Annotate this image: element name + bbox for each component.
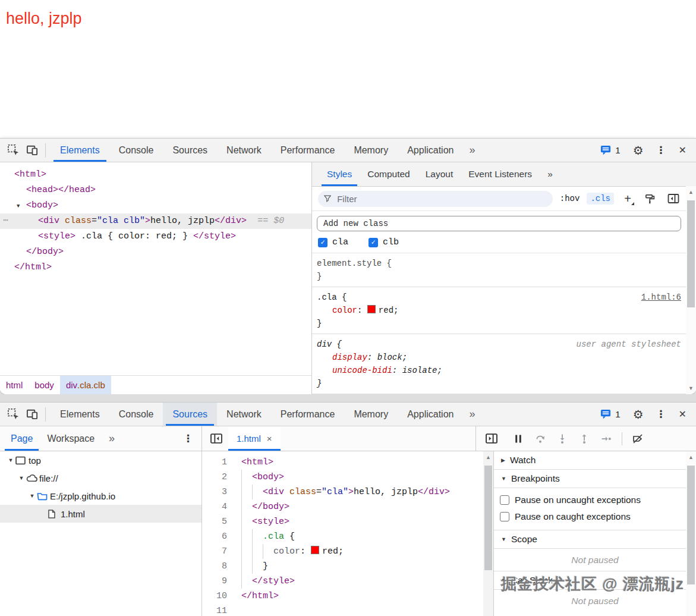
- style-rule-section[interactable]: .cla {1.html:6color: red;}: [312, 287, 686, 334]
- checkbox-unchecked-icon[interactable]: [500, 495, 509, 505]
- code-line[interactable]: 6.cla {: [202, 529, 493, 544]
- breadcrumb-item[interactable]: div.cla.clb: [60, 376, 111, 394]
- dom-tree-row[interactable]: <html>: [0, 167, 311, 183]
- code-line[interactable]: 5<style>: [202, 514, 493, 529]
- tab-application[interactable]: Application: [398, 139, 463, 162]
- code-line[interactable]: 10</html>: [202, 589, 493, 604]
- step-icon[interactable]: [598, 430, 615, 447]
- computed-sidebar-toggle-icon[interactable]: [665, 190, 682, 207]
- pause-script-icon[interactable]: [510, 430, 527, 447]
- styles-filter[interactable]: [318, 191, 553, 207]
- dom-tree-row[interactable]: ▼<body>: [0, 198, 311, 213]
- watch-section-header[interactable]: ▶ Watch: [494, 451, 696, 470]
- styles-scrollbar-thumb[interactable]: [687, 200, 695, 307]
- styles-scrollbar[interactable]: ▲ ▼: [686, 186, 696, 394]
- dom-tree-row[interactable]: <head></head>: [0, 183, 311, 198]
- step-out-icon[interactable]: [576, 430, 593, 447]
- code-line[interactable]: 8}: [202, 559, 493, 574]
- expand-arrow-icon[interactable]: ▼: [27, 493, 37, 499]
- line-number[interactable]: 1: [202, 455, 239, 470]
- pause-exceptions-option[interactable]: Pause on uncaught exceptions: [500, 492, 696, 508]
- editor-scrollbar[interactable]: ▲: [483, 451, 493, 616]
- code-line[interactable]: 7color: red;: [202, 544, 493, 559]
- tab-network[interactable]: Network: [217, 403, 271, 426]
- element-classes-button[interactable]: .cls: [587, 193, 614, 205]
- deactivate-breakpoints-icon[interactable]: [629, 430, 646, 447]
- debugger-sidebar-toggle-icon[interactable]: [483, 430, 500, 447]
- tab-sources[interactable]: Sources: [163, 139, 217, 162]
- expand-arrow-icon[interactable]: ▼: [17, 475, 26, 481]
- inspect-element-icon[interactable]: [4, 405, 23, 424]
- dom-tree-row[interactable]: ⋯<div class="cla clb">hello, jzplp</div>…: [0, 213, 311, 229]
- expand-arrow-icon[interactable]: ▼: [17, 199, 20, 214]
- more-actions-icon[interactable]: ⋯: [3, 213, 9, 229]
- source-link[interactable]: 1.html:6: [641, 291, 681, 304]
- new-style-rule-button[interactable]: +: [621, 192, 634, 206]
- tab-performance[interactable]: Performance: [271, 139, 345, 162]
- tab-elements[interactable]: Elements: [51, 139, 109, 162]
- class-toggle-clb[interactable]: ✓clb: [369, 236, 399, 249]
- tab-sources[interactable]: Sources: [163, 403, 217, 426]
- styles-tab-styles[interactable]: Styles: [319, 162, 360, 186]
- code-line[interactable]: 4</body>: [202, 499, 493, 514]
- nav-tab-workspace[interactable]: Workspace: [40, 426, 102, 451]
- sidebar-scrollbar[interactable]: ▲: [686, 451, 696, 616]
- line-number[interactable]: 11: [202, 604, 239, 616]
- more-options-icon[interactable]: ⋮: [656, 408, 666, 420]
- styles-more-tabs-button[interactable]: »: [540, 162, 560, 186]
- toggle-element-state-button[interactable]: :hov: [560, 194, 580, 203]
- css-declaration[interactable]: color: red;: [317, 304, 681, 317]
- navigator-more-options-icon[interactable]: ⋮: [183, 432, 193, 445]
- styles-tab-event-listeners[interactable]: Event Listeners: [461, 162, 540, 186]
- dom-tree-row[interactable]: </html>: [0, 260, 311, 275]
- paint-roller-icon[interactable]: [641, 190, 658, 207]
- line-number[interactable]: 6: [202, 529, 239, 544]
- style-rule-section[interactable]: div {user agent stylesheetdisplay: block…: [312, 334, 686, 394]
- css-declaration[interactable]: unicode-bidi: isolate;: [317, 364, 681, 377]
- tab-console[interactable]: Console: [109, 403, 163, 426]
- sidebar-scrollbar-thumb[interactable]: [687, 466, 695, 584]
- element-style-section[interactable]: element.style { }: [312, 253, 686, 287]
- editor-scrollbar-thumb[interactable]: [484, 466, 492, 570]
- dom-tree-row[interactable]: </body>: [0, 244, 311, 260]
- tab-memory[interactable]: Memory: [344, 139, 398, 162]
- breadcrumb-item[interactable]: body: [29, 376, 60, 394]
- scroll-down-icon[interactable]: ▼: [686, 385, 696, 391]
- tab-performance[interactable]: Performance: [271, 403, 345, 426]
- add-class-field[interactable]: [317, 216, 681, 231]
- breadcrumb-item[interactable]: html: [0, 376, 29, 394]
- code-line[interactable]: 11: [202, 604, 493, 616]
- styles-tab-computed[interactable]: Computed: [360, 162, 418, 186]
- close-devtools-icon[interactable]: ✕: [679, 144, 686, 156]
- code-line[interactable]: 9</style>: [202, 574, 493, 589]
- more-tabs-button[interactable]: »: [463, 403, 481, 426]
- settings-gear-icon[interactable]: ⚙: [633, 144, 644, 156]
- line-number[interactable]: 5: [202, 514, 239, 529]
- more-tabs-button[interactable]: »: [463, 139, 481, 162]
- scroll-up-icon[interactable]: ▲: [483, 454, 493, 460]
- inspect-element-icon[interactable]: [4, 141, 23, 160]
- device-toolbar-icon[interactable]: [23, 141, 42, 160]
- tab-memory[interactable]: Memory: [344, 403, 398, 426]
- line-number[interactable]: 7: [202, 544, 239, 559]
- more-options-icon[interactable]: ⋮: [656, 144, 666, 156]
- code-line[interactable]: 2<body>: [202, 470, 493, 485]
- navigator-toggle-icon[interactable]: [208, 430, 225, 447]
- tab-console[interactable]: Console: [109, 139, 163, 162]
- scroll-up-icon[interactable]: ▲: [686, 189, 696, 195]
- file-tree-item-1-html[interactable]: 1.html: [0, 505, 201, 523]
- line-number[interactable]: 10: [202, 589, 239, 604]
- checkbox-unchecked-icon[interactable]: [500, 512, 509, 521]
- file-tree-item-file-[interactable]: ▼file://: [0, 469, 201, 487]
- expand-arrow-icon[interactable]: ▼: [6, 457, 15, 463]
- scroll-up-icon[interactable]: ▲: [686, 454, 696, 460]
- device-toolbar-icon[interactable]: [23, 405, 42, 424]
- checkbox-checked-icon[interactable]: ✓: [318, 238, 327, 247]
- file-tree-item-e-jzplp-github-io[interactable]: ▼E:/jzplp.github.io: [0, 487, 201, 505]
- editor-tab-1html[interactable]: 1.html ×: [228, 426, 281, 451]
- dom-tree-row[interactable]: <style> .cla { color: red; } </style>: [0, 229, 311, 244]
- console-messages-indicator[interactable]: 1: [600, 408, 620, 420]
- tab-close-icon[interactable]: ×: [267, 433, 272, 444]
- tab-elements[interactable]: Elements: [51, 403, 109, 426]
- code-line[interactable]: 1<html>: [202, 455, 493, 470]
